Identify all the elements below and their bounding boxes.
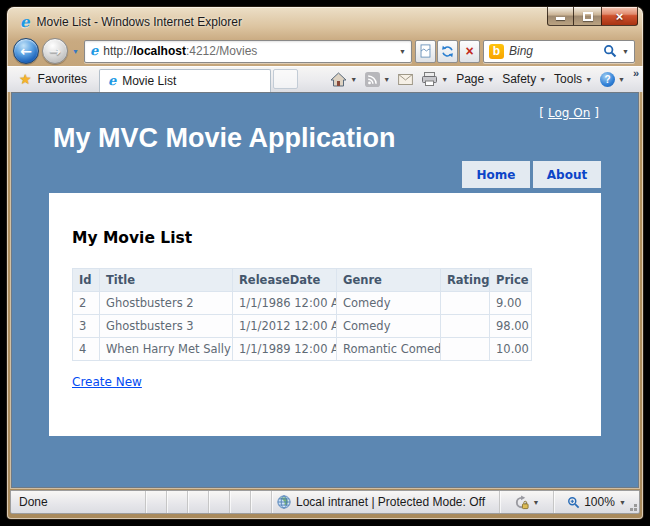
cell-id: 3 [73, 315, 100, 338]
site-title: My MVC Movie Application [53, 123, 601, 154]
col-rating: Rating [441, 269, 490, 292]
resize-grip[interactable] [634, 508, 637, 511]
zoom-level-label: 100% [584, 495, 615, 509]
read-mail-button[interactable] [396, 74, 415, 85]
forward-button[interactable]: → [42, 38, 68, 64]
maximize-button[interactable] [574, 7, 601, 26]
tab-title: Movie List [122, 74, 176, 88]
mail-icon [398, 74, 413, 85]
zoom-magnifier-icon [567, 496, 580, 509]
col-id: Id [73, 269, 100, 292]
logon-row: [Log On] [49, 93, 601, 120]
safety-menu-label: Safety [502, 72, 536, 86]
tools-menu[interactable]: Tools ▼ [552, 72, 594, 86]
search-icon[interactable] [603, 44, 617, 58]
home-dropdown[interactable]: ▼ [350, 76, 357, 83]
back-arrow-icon: ← [20, 44, 32, 58]
security-zone-text: Local intranet | Protected Mode: Off [296, 495, 485, 509]
status-cell [166, 491, 187, 513]
site-menu: Home About [49, 161, 601, 188]
status-cell [250, 491, 271, 513]
cell-rating [441, 338, 490, 361]
page-container: [Log On] My MVC Movie Application Home A… [49, 93, 601, 436]
tools-menu-label: Tools [554, 72, 582, 86]
address-dropdown[interactable]: ▼ [399, 48, 406, 55]
cell-price: 9.00 [490, 292, 532, 315]
print-button[interactable]: ▼ [419, 72, 450, 86]
home-button[interactable]: ▼ [328, 72, 359, 87]
zoom-dropdown[interactable]: ▼ [619, 499, 626, 506]
cell-genre: Comedy [337, 315, 441, 338]
safety-menu[interactable]: Safety ▼ [500, 72, 548, 86]
security-zone-cell[interactable]: Local intranet | Protected Mode: Off [271, 491, 499, 513]
cell-rating [441, 315, 490, 338]
minimize-icon [556, 17, 565, 20]
table-header-row: Id Title ReleaseDate Genre Rating Price [73, 269, 532, 292]
history-dropdown[interactable]: ▼ [72, 48, 79, 55]
page-menu-label: Page [456, 72, 484, 86]
smartscreen-icon [514, 495, 529, 510]
menu-tab-home[interactable]: Home [462, 161, 530, 188]
more-toolbar-chevron-icon[interactable]: » [633, 67, 639, 79]
window-title: Movie List - Windows Internet Explorer [37, 15, 242, 29]
minimize-button[interactable] [547, 7, 574, 26]
search-dropdown[interactable]: ▼ [622, 48, 629, 55]
status-cell [145, 491, 166, 513]
cell-releasedate: 1/1/1986 12:00 AM [233, 292, 337, 315]
cell-title: Ghostbusters 2 [100, 292, 233, 315]
cell-genre: Comedy [337, 292, 441, 315]
print-dropdown[interactable]: ▼ [441, 76, 448, 83]
col-title: Title [100, 269, 233, 292]
title-bar[interactable]: e Movie List - Windows Internet Explorer… [7, 7, 643, 36]
compatibility-view-button[interactable] [415, 40, 436, 63]
status-cell [229, 491, 250, 513]
command-bar: ★ Favorites e Movie List ▼ ▼ [7, 66, 643, 92]
address-input[interactable]: e http://localhost:4212/Movies ▼ [84, 40, 412, 63]
tab-movie-list[interactable]: e Movie List [99, 69, 271, 92]
favorites-button[interactable]: ★ Favorites [15, 66, 99, 92]
back-button[interactable]: ← [13, 38, 39, 64]
address-buttons: × [415, 40, 480, 63]
table-row: 3 Ghostbusters 3 1/1/2012 12:00 AM Comed… [73, 315, 532, 338]
refresh-button[interactable] [437, 40, 458, 63]
page-menu-dropdown: ▼ [487, 76, 494, 83]
table-row: 2 Ghostbusters 2 1/1/1986 12:00 AM Comed… [73, 292, 532, 315]
globe-icon [277, 495, 291, 509]
cmdbar-spacer [298, 66, 328, 92]
content-box: My Movie List Id Title ReleaseDate Genre [49, 193, 601, 436]
page-icon: e [90, 44, 98, 58]
search-provider-label: Bing [509, 44, 533, 58]
printer-icon [421, 72, 438, 86]
help-dropdown: ▼ [618, 76, 625, 83]
safety-menu-dropdown: ▼ [539, 76, 546, 83]
feeds-button[interactable]: ▼ [363, 72, 392, 87]
status-bar: Done Local intranet | Protected Mode: Of… [10, 490, 640, 514]
create-new-link[interactable]: Create New [72, 375, 142, 389]
log-on-link[interactable]: Log On [548, 106, 590, 120]
help-icon: ? [600, 72, 615, 87]
zoom-control[interactable]: 100% ▼ [553, 491, 639, 513]
cell-price: 10.00 [490, 338, 532, 361]
menu-tab-about[interactable]: About [533, 161, 601, 188]
url-host: localhost [133, 44, 186, 58]
cell-genre: Romantic Comedy [337, 338, 441, 361]
refresh-icon [441, 45, 454, 58]
close-icon: × [616, 10, 624, 23]
feeds-dropdown[interactable]: ▼ [383, 76, 390, 83]
cell-title: When Harry Met Sally [100, 338, 233, 361]
close-button[interactable]: × [601, 7, 638, 26]
smartscreen-dropdown[interactable]: ▼ [533, 499, 540, 506]
ie-window: e Movie List - Windows Internet Explorer… [7, 7, 643, 519]
cell-id: 2 [73, 292, 100, 315]
new-tab-button[interactable] [273, 69, 298, 89]
cell-rating [441, 292, 490, 315]
stop-button[interactable]: × [459, 40, 480, 63]
help-menu[interactable]: ? ▼ [598, 72, 627, 87]
cell-id: 4 [73, 338, 100, 361]
page-menu[interactable]: Page ▼ [454, 72, 496, 86]
search-input[interactable]: b Bing ▼ [483, 40, 635, 63]
home-icon [330, 72, 347, 87]
table-row: 4 When Harry Met Sally 1/1/1989 12:00 AM… [73, 338, 532, 361]
page-viewport: [Log On] My MVC Movie Application Home A… [11, 92, 639, 488]
smartscreen-cell[interactable]: ▼ [499, 491, 553, 513]
